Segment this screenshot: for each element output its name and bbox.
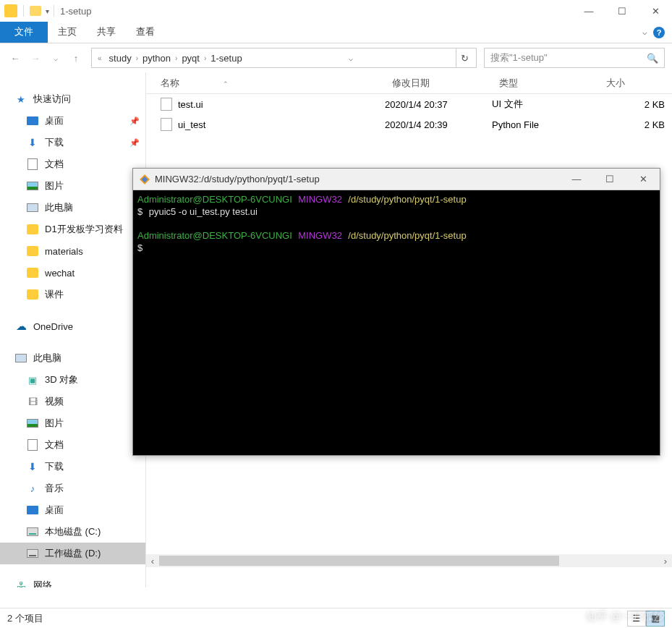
minimize-button[interactable]: — (572, 0, 605, 22)
folder-icon (27, 224, 38, 234)
address-dropdown-icon[interactable]: ⌵ (344, 54, 357, 62)
file-icon (161, 98, 172, 111)
refresh-button[interactable]: ↻ (456, 48, 473, 67)
terminal-body[interactable]: Administrator@DESKTOP-6VCUNGI MINGW32 /d… (133, 190, 660, 257)
sidebar-item-wechat[interactable]: wechat (0, 262, 145, 284)
breadcrumb-root-icon[interactable]: « (98, 54, 102, 62)
breadcrumb-1-setup[interactable]: 1-setup (206, 53, 246, 64)
breadcrumb-python[interactable]: python (138, 53, 175, 64)
sidebar-item-drive-d[interactable]: 工作磁盘 (D:) (0, 543, 145, 564)
doc-icon (27, 158, 38, 170)
icons-view-button[interactable]: ▦ (646, 611, 665, 627)
terminal-titlebar[interactable]: MINGW32:/d/study/python/pyqt/1-setup — ☐… (133, 169, 660, 190)
sidebar-item-materials[interactable]: materials (0, 240, 145, 262)
navigation-pane: ★ 快速访问 桌面📌 ⬇下载📌 文档 图片 此电脑 D1开发板学习资料 mate… (0, 72, 146, 587)
sidebar-item-music[interactable]: ♪音乐 (0, 478, 145, 499)
folder-icon (27, 268, 38, 278)
navigation-row: ← → ⌵ ↑ « study› python› pyqt› 1-setup ⌵… (0, 43, 672, 72)
quick-access-toolbar: ▾ (4, 4, 54, 17)
sidebar-item-d1[interactable]: D1开发板学习资料 (0, 218, 145, 240)
titlebar: ▾ 1-setup — ☐ ✕ (0, 0, 672, 22)
pc-icon (27, 203, 38, 212)
sidebar-item-kejian[interactable]: 课件 (0, 284, 145, 305)
up-button[interactable]: ↑ (68, 50, 84, 66)
python-file-icon (161, 118, 172, 131)
scroll-right-button[interactable]: › (659, 554, 672, 567)
file-size: 2 KB (599, 99, 672, 110)
sidebar-item-video[interactable]: 🎞视频 (0, 391, 145, 412)
quick-access-label: 快速访问 (33, 93, 71, 106)
col-name[interactable]: 名称⌃ (146, 77, 385, 90)
sidebar-item-documents[interactable]: 文档 (0, 153, 145, 175)
col-type[interactable]: 类型 (492, 77, 599, 90)
qat-sep (23, 5, 24, 17)
drive-icon (27, 527, 38, 536)
sidebar-onedrive[interactable]: ☁OneDrive (0, 315, 145, 337)
tab-share[interactable]: 共享 (87, 22, 126, 43)
star-icon: ★ (14, 93, 27, 106)
terminal-window: MINGW32:/d/study/python/pyqt/1-setup — ☐… (132, 168, 660, 456)
ribbon-collapse-icon[interactable]: ⌵ (642, 27, 647, 37)
file-row[interactable]: ui_test 2020/1/4 20:39 Python File 2 KB (146, 114, 672, 135)
scroll-track[interactable] (159, 554, 659, 567)
terminal-app-icon (139, 174, 150, 185)
col-date[interactable]: 修改日期 (385, 77, 492, 90)
details-view-button[interactable]: ☰ (627, 611, 646, 627)
maximize-button[interactable]: ☐ (605, 0, 639, 22)
terminal-close-button[interactable]: ✕ (626, 169, 660, 190)
sidebar-item-pictures[interactable]: 图片 (0, 175, 145, 197)
sidebar-item-desktop2[interactable]: 桌面 (0, 499, 145, 521)
app-icon[interactable] (4, 4, 17, 17)
sidebar-thispc[interactable]: 此电脑 (0, 347, 145, 369)
folder-icon (27, 246, 38, 256)
pic-icon (27, 182, 38, 190)
scroll-thumb[interactable] (159, 556, 559, 566)
sidebar-network[interactable]: 🖧网络 (0, 574, 145, 587)
desktop-icon (27, 116, 38, 125)
file-name: ui_test (178, 119, 205, 130)
qat-sep2 (54, 5, 54, 17)
qat-dropdown-icon[interactable]: ▾ (46, 7, 49, 15)
file-type: UI 文件 (492, 98, 599, 111)
address-bar[interactable]: « study› python› pyqt› 1-setup ⌵ ↻ (91, 48, 477, 68)
search-placeholder: 搜索"1-setup" (490, 51, 548, 64)
terminal-user: Administrator@DESKTOP-6VCUNGI (137, 230, 292, 241)
forward-button[interactable]: → (27, 50, 43, 66)
tab-view[interactable]: 查看 (126, 22, 165, 43)
breadcrumb-study[interactable]: study (105, 53, 136, 64)
view-switcher: ☰ ▦ (627, 611, 665, 627)
download-icon: ⬇ (26, 460, 39, 473)
tab-file[interactable]: 文件 (0, 22, 48, 43)
terminal-minimize-button[interactable]: — (560, 169, 593, 190)
terminal-prompt: $ (137, 242, 143, 253)
file-row[interactable]: test.ui 2020/1/4 20:37 UI 文件 2 KB (146, 94, 672, 114)
sidebar-item-documents2[interactable]: 文档 (0, 434, 145, 456)
sidebar-item-3d[interactable]: ▣3D 对象 (0, 369, 145, 391)
tab-home[interactable]: 主页 (48, 22, 87, 43)
terminal-maximize-button[interactable]: ☐ (593, 169, 626, 190)
file-list-header: 名称⌃ 修改日期 类型 大小 (146, 72, 672, 94)
terminal-command: pyuic5 -o ui_test.py test.ui (149, 206, 258, 217)
search-box[interactable]: 搜索"1-setup" 🔍 (484, 48, 665, 68)
qat-open-icon[interactable] (30, 6, 41, 16)
ribbon: 文件 主页 共享 查看 ⌵ ? (0, 22, 672, 43)
col-size[interactable]: 大小 (599, 77, 672, 90)
horizontal-scrollbar[interactable]: ‹ › (146, 554, 672, 567)
sidebar-quick-access[interactable]: ★ 快速访问 (0, 88, 145, 110)
terminal-host: MINGW32 (298, 194, 342, 205)
search-icon[interactable]: 🔍 (647, 53, 658, 64)
download-icon: ⬇ (26, 136, 39, 149)
back-button[interactable]: ← (7, 50, 23, 66)
breadcrumb-pyqt[interactable]: pyqt (177, 53, 204, 64)
sidebar-item-thispc-q[interactable]: 此电脑 (0, 197, 145, 218)
sidebar-item-download2[interactable]: ⬇下载 (0, 456, 145, 478)
drive-icon (27, 549, 38, 558)
scroll-left-button[interactable]: ‹ (146, 554, 159, 567)
recent-locations-dropdown[interactable]: ⌵ (48, 50, 64, 66)
close-button[interactable]: ✕ (639, 0, 672, 22)
sidebar-item-download[interactable]: ⬇下载📌 (0, 132, 145, 153)
sidebar-item-drive-c[interactable]: 本地磁盘 (C:) (0, 521, 145, 543)
sidebar-item-desktop[interactable]: 桌面📌 (0, 110, 145, 132)
sidebar-item-pictures2[interactable]: 图片 (0, 412, 145, 434)
help-icon[interactable]: ? (653, 27, 665, 38)
